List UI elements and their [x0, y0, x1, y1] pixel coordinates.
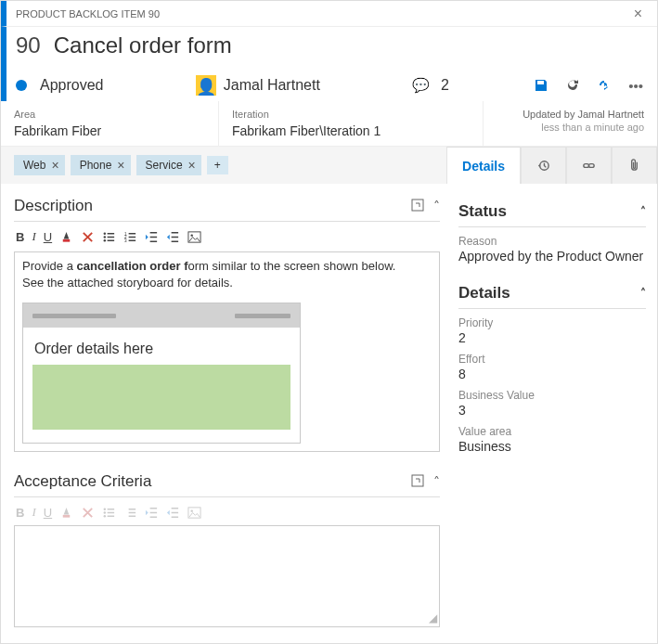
iteration-label: Iteration: [232, 109, 470, 120]
description-toolbar: B I U 123: [14, 222, 440, 251]
fullscreen-icon[interactable]: [411, 474, 424, 487]
clear-format-button[interactable]: [81, 506, 95, 520]
clear-format-button[interactable]: [81, 230, 95, 244]
acceptance-heading: Acceptance Criteria: [14, 472, 151, 491]
tab-links[interactable]: [566, 147, 612, 184]
svg-point-15: [104, 515, 106, 517]
underline-button[interactable]: U: [44, 230, 52, 244]
refresh-icon[interactable]: [561, 78, 585, 93]
tag-remove-icon[interactable]: ×: [117, 158, 124, 173]
svg-rect-2: [589, 164, 595, 168]
business-value-label: Business Value: [458, 389, 646, 402]
reason-label: Reason: [458, 235, 646, 248]
svg-point-11: [191, 234, 193, 236]
comment-icon[interactable]: 💬: [412, 77, 430, 94]
mockup-header: [23, 303, 300, 328]
svg-point-13: [104, 508, 106, 509]
svg-point-14: [104, 511, 106, 513]
image-button[interactable]: [187, 506, 201, 520]
svg-point-17: [191, 509, 193, 511]
tag-label: Web: [23, 159, 45, 172]
bullet-list-button[interactable]: [102, 506, 116, 520]
svg-rect-3: [412, 200, 423, 211]
collapse-icon[interactable]: ˄: [433, 199, 440, 213]
effort-value[interactable]: 8: [458, 367, 646, 381]
number-list-button[interactable]: 123: [123, 230, 137, 244]
reason-value[interactable]: Approved by the Product Owner: [458, 249, 646, 264]
updated-when: less than a minute ago: [541, 122, 644, 133]
work-item-title[interactable]: Cancel order form: [54, 32, 232, 58]
collapse-icon[interactable]: ˄: [640, 205, 646, 218]
tab-history[interactable]: [521, 147, 566, 184]
close-button[interactable]: ×: [628, 6, 648, 22]
outdent-button[interactable]: [145, 506, 159, 520]
iteration-value[interactable]: Fabrikam Fiber\Iteration 1: [232, 123, 470, 138]
tag-label: Service: [146, 159, 183, 172]
tag-service[interactable]: Service ×: [136, 155, 201, 175]
details-heading: Details: [458, 284, 510, 303]
area-label: Area: [14, 109, 205, 120]
title-row: 90 Cancel order form: [1, 27, 657, 70]
work-item-id: 90: [16, 32, 41, 58]
bullet-list-button[interactable]: [102, 230, 116, 244]
status-heading: Status: [458, 202, 507, 221]
svg-text:3: 3: [124, 238, 127, 243]
updated-by: Updated by Jamal Hartnett: [523, 109, 644, 120]
collapse-icon[interactable]: ˄: [433, 474, 440, 489]
tag-remove-icon[interactable]: ×: [188, 158, 196, 173]
description-text[interactable]: Provide a cancellation order form simila…: [15, 252, 439, 297]
area-value[interactable]: Fabrikam Fiber: [14, 123, 205, 138]
save-icon[interactable]: [529, 78, 553, 93]
font-color-button[interactable]: [59, 230, 73, 244]
svg-point-6: [104, 239, 106, 241]
assignee-avatar[interactable]: 👤: [196, 75, 216, 96]
description-heading: Description: [14, 197, 93, 215]
image-button[interactable]: [187, 230, 201, 244]
tag-label: Phone: [80, 159, 112, 172]
bold-button[interactable]: B: [16, 506, 24, 520]
indent-button[interactable]: [166, 230, 180, 244]
tag-remove-icon[interactable]: ×: [51, 158, 58, 173]
description-mockup: Order details here: [22, 303, 301, 444]
tag-web[interactable]: Web ×: [14, 155, 65, 175]
collapse-icon[interactable]: ˄: [640, 287, 646, 300]
bold-button[interactable]: B: [16, 230, 24, 244]
acceptance-toolbar: B I U: [14, 497, 440, 527]
business-value-value[interactable]: 3: [458, 403, 646, 418]
tag-add-button[interactable]: +: [207, 156, 228, 174]
number-list-button[interactable]: [123, 506, 137, 520]
outdent-button[interactable]: [145, 230, 159, 244]
priority-label: Priority: [458, 316, 646, 329]
mockup-title: Order details here: [34, 341, 290, 357]
tab-attachments[interactable]: [612, 147, 657, 184]
svg-rect-12: [412, 475, 423, 486]
tag-phone[interactable]: Phone ×: [71, 155, 131, 175]
fullscreen-icon[interactable]: [411, 199, 424, 212]
tab-details[interactable]: Details: [446, 147, 521, 184]
assignee-name[interactable]: Jamal Hartnett: [224, 77, 320, 94]
work-item-type-eyebrow: PRODUCT BACKLOG ITEM 90: [16, 8, 160, 19]
italic-button[interactable]: I: [32, 229, 35, 244]
indent-button[interactable]: [166, 506, 180, 520]
font-color-button[interactable]: [59, 506, 73, 520]
more-icon[interactable]: •••: [624, 78, 648, 94]
svg-rect-1: [584, 164, 589, 168]
value-area-value[interactable]: Business: [458, 439, 646, 454]
acceptance-editor[interactable]: ◢: [14, 525, 440, 627]
priority-value[interactable]: 2: [458, 330, 646, 345]
underline-button[interactable]: U: [44, 506, 52, 520]
comment-count[interactable]: 2: [441, 77, 449, 94]
resize-grip-icon[interactable]: ◢: [429, 612, 437, 625]
svg-point-4: [104, 232, 106, 234]
description-editor[interactable]: Provide a cancellation order form simila…: [14, 251, 440, 452]
undo-icon[interactable]: [592, 78, 616, 93]
mockup-placeholder: [32, 365, 290, 430]
value-area-label: Value area: [458, 425, 646, 438]
state-label[interactable]: Approved: [40, 77, 104, 94]
italic-button[interactable]: I: [32, 505, 35, 520]
svg-point-5: [104, 236, 106, 238]
state-dot: [16, 80, 27, 91]
effort-label: Effort: [458, 353, 646, 366]
